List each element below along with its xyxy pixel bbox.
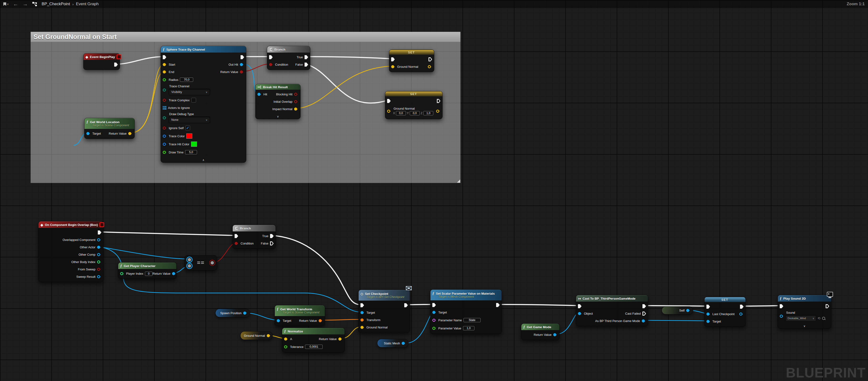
pin-play-sound-2d-exec[interactable] xyxy=(780,304,783,308)
pin-get-world-transform-target[interactable] xyxy=(277,319,281,322)
checkbox-sphere-trace-by-channel-ignore-self[interactable]: ✓ xyxy=(185,126,190,130)
pin-sphere-trace-by-channel-draw-time[interactable] xyxy=(163,151,167,154)
node-sphere-trace-by-channel[interactable]: ƒSphere Trace By ChannelStartOut HitEndR… xyxy=(161,46,246,163)
pin-cast-to-bp-thirdpersongamemode-exec[interactable] xyxy=(578,304,582,308)
collapse-toggle[interactable]: ∨ xyxy=(778,324,831,328)
pin-set-ground-normal-false-exec[interactable] xyxy=(437,99,440,103)
node-get-world-transform[interactable]: ƒGet World TransformTarget is Scene Comp… xyxy=(275,305,325,326)
checkbox-sphere-trace-by-channel-trace-complex[interactable] xyxy=(191,98,196,102)
pin-on-component-begin-overlap-box-other-comp[interactable] xyxy=(97,253,101,256)
field-sphere-trace-by-channel-radius[interactable]: 70,0 xyxy=(180,77,193,82)
node-play-sound-2d[interactable]: ƒPlay Sound 2DSoundDockable_Wind∨⟲∨ xyxy=(778,295,831,329)
pin-set-last-checkpoint-target[interactable] xyxy=(707,320,711,323)
pin-branch-lower-condition[interactable] xyxy=(235,242,239,245)
field-sphere-trace-by-channel-draw-time[interactable]: 5,0 xyxy=(185,150,197,154)
pin-equals-node-out[interactable] xyxy=(210,260,215,265)
node-get-player-character[interactable]: ƒGet Player CharacterPlayer Index0Return… xyxy=(118,262,177,279)
node-header[interactable]: ƒGet World TransformTarget is Scene Comp… xyxy=(275,305,325,316)
comment-header[interactable]: Set GroundNormal on Start xyxy=(31,32,460,42)
pin-cast-to-bp-thirdpersongamemode-as-bp-third-person-game-mode[interactable] xyxy=(642,319,646,322)
dropdown-sphere-trace-by-channel-draw-debug-type[interactable]: None∨ xyxy=(169,117,210,123)
reset-icon[interactable]: ⟲ xyxy=(817,316,820,320)
pin-get-world-location-target[interactable] xyxy=(86,132,91,135)
pin-set-last-checkpoint-c[interactable] xyxy=(739,313,744,316)
pin-set-last-checkpoint-exec[interactable] xyxy=(740,305,744,309)
node-cast-to-bp-thirdpersongamemode[interactable]: ↣Cast To BP_ThirdPersonGameModeObjectCas… xyxy=(576,295,648,326)
pin-normalize-return-value[interactable] xyxy=(338,338,343,341)
pin-set-checkpoint-ground-normal[interactable] xyxy=(361,326,365,329)
node-header[interactable]: ƒSphere Trace By Channel xyxy=(161,46,246,53)
pin-cast-to-bp-thirdpersongamemode-cast-failed[interactable] xyxy=(643,312,646,316)
node-header[interactable]: ◇Set CheckpointTarget is BPI Set Checkpo… xyxy=(359,290,410,300)
pin-get-world-transform-return-value[interactable] xyxy=(319,319,323,322)
field-set-ground-normal-false-ground-normal-x[interactable]: 0,0 xyxy=(396,111,406,115)
node-header[interactable]: ƒGet World LocationTarget is Scene Compo… xyxy=(85,118,134,129)
field-set-ground-normal-false-ground-normal-z[interactable]: 1,0 xyxy=(423,111,433,115)
pin-branch-lower-exec[interactable] xyxy=(235,234,238,238)
pin-break-hit-result-initial-overlap[interactable] xyxy=(294,100,299,103)
pin-set-ground-normal-true-exec[interactable] xyxy=(391,57,395,61)
pin-set-scalar-parameter-value-on-materials-exec[interactable] xyxy=(496,303,500,307)
pin-normalize-tolerance[interactable] xyxy=(284,345,288,348)
bookmark-button[interactable]: ∨ xyxy=(3,2,9,6)
search-icon[interactable] xyxy=(822,317,825,320)
node-header[interactable]: ƒGet Player Character xyxy=(118,262,176,269)
pin-set-ground-normal-true-exec[interactable] xyxy=(429,57,432,61)
pin-branch-top-false[interactable] xyxy=(305,63,308,67)
node-header[interactable]: ƒNormalize xyxy=(282,328,344,335)
breadcrumb-blueprint[interactable]: BP_CheckPoint xyxy=(42,2,70,6)
node-normalize[interactable]: ƒNormalizeAReturn ValueTolerance0,0001 xyxy=(282,328,345,352)
pin-set-checkpoint-transform[interactable] xyxy=(361,318,365,322)
back-button[interactable]: ← xyxy=(13,1,18,7)
node-get-game-mode[interactable]: ƒGet Game ModeReturn Value xyxy=(521,323,560,340)
field-set-scalar-parameter-value-on-materials-parameter-name[interactable]: State xyxy=(464,318,480,322)
node-header[interactable]: ƒPlay Sound 2D xyxy=(778,295,831,301)
pin-set-scalar-parameter-value-on-materials-exec[interactable] xyxy=(432,303,436,307)
node-set-ground-normal-false[interactable]: SETGround NormalX0,0Y0,0Z1,0 xyxy=(385,91,442,119)
pin-play-sound-2d-c[interactable] xyxy=(780,315,784,318)
pin-get-game-mode-return-value[interactable] xyxy=(553,333,557,336)
pin-break-hit-result-blocking-hit[interactable] xyxy=(294,93,299,96)
pin-sphere-trace-by-channel-radius[interactable] xyxy=(163,78,167,81)
pin-break-hit-result-hit[interactable] xyxy=(257,93,262,96)
node-header[interactable]: SET xyxy=(385,91,442,96)
pin-on-component-begin-overlap-box-other-body-index[interactable] xyxy=(97,260,101,263)
pin-break-hit-result-impact-normal[interactable] xyxy=(294,107,299,110)
color-swatch-sphere-trace-by-channel-trace-color[interactable] xyxy=(186,133,192,139)
node-branch-top[interactable]: BranchTrueConditionFalse xyxy=(267,46,310,70)
node-ground-normal[interactable]: Ground Normal xyxy=(240,331,273,340)
pin-sphere-trace-by-channel-trace-complex[interactable] xyxy=(163,99,167,102)
pin-set-scalar-parameter-value-on-materials-parameter-name[interactable] xyxy=(432,319,437,322)
pin-sphere-trace-by-channel-end[interactable] xyxy=(163,70,167,73)
node-header[interactable]: ƒGet Game Mode xyxy=(521,324,559,330)
node-header[interactable]: ↣Cast To BP_ThirdPersonGameMode xyxy=(576,295,648,301)
pin-on-component-begin-overlap-box-overlapped-component[interactable] xyxy=(97,238,101,242)
pin-get-world-location-return-value[interactable] xyxy=(128,132,132,135)
pin-sphere-trace-by-channel-trace-color[interactable] xyxy=(163,135,167,138)
node-set-ground-normal-true[interactable]: SETGround Normal xyxy=(389,50,434,72)
pin-sphere-trace-by-channel-actors-to-ignore[interactable] xyxy=(163,106,166,109)
node-header[interactable]: ◈Event BeginPlay xyxy=(84,54,120,60)
pin-on-component-begin-overlap-box-sweep-result[interactable] xyxy=(97,275,101,278)
node-branch-lower[interactable]: BranchTrueConditionFalse xyxy=(232,225,276,249)
pin-get-player-character-player-index[interactable] xyxy=(120,272,124,275)
pin-set-ground-normal-false-c[interactable] xyxy=(387,109,392,113)
collapse-toggle[interactable]: ∧ xyxy=(161,158,246,162)
pin-cast-to-bp-thirdpersongamemode-object[interactable] xyxy=(578,312,582,315)
node-header[interactable]: SET xyxy=(389,50,434,55)
pin-set-ground-normal-true-ground-normal[interactable] xyxy=(391,65,396,68)
pin-on-component-begin-overlap-box-from-sweep[interactable] xyxy=(97,268,101,271)
pin-branch-top-condition[interactable] xyxy=(269,63,273,66)
node-on-component-begin-overlap-box[interactable]: ◈On Component Begin Overlap (Box)Overlap… xyxy=(38,221,103,282)
pin-sphere-trace-by-channel-exec[interactable] xyxy=(163,55,166,59)
pin-branch-lower-true[interactable] xyxy=(270,234,274,238)
pin-event-beginplay-exec[interactable] xyxy=(114,63,118,67)
pin-set-ground-normal-false-exec[interactable] xyxy=(387,99,391,103)
pin-sphere-trace-by-channel-return-value[interactable] xyxy=(240,70,244,73)
blueprint-graph-canvas[interactable]: ∨ ← → BP_CheckPoint › Event Graph Zoom 1… xyxy=(0,0,868,381)
node-self[interactable]: Self xyxy=(662,306,693,314)
field-normalize-tolerance[interactable]: 0,0001 xyxy=(305,345,323,349)
color-swatch-sphere-trace-by-channel-trace-hit-color[interactable] xyxy=(191,141,197,147)
node-event-beginplay[interactable]: ◈Event BeginPlay xyxy=(83,53,120,70)
pin-get-player-character-return-value[interactable] xyxy=(172,272,176,275)
